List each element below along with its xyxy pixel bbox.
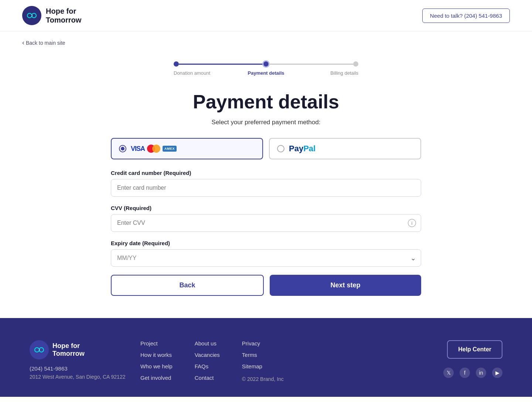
step-label-1: Donation amount [174,70,235,76]
footer: Hope for Tomorrow (204) 541-9863 2012 We… [0,318,532,397]
paypal-logo: PayPal [289,144,316,153]
social-icons: 𝕏 f in ▶ [443,368,502,378]
step-dot-1 [174,61,179,67]
footer-phone: (204) 541-9863 [30,365,126,372]
mastercard-logo [147,145,160,153]
linkedin-icon[interactable]: in [476,368,486,378]
amex-logo: AMEX [163,146,177,152]
footer-logo-icon [30,340,49,359]
header: Hope for Tomorrow Need to talk? (204) 54… [0,0,532,31]
footer-link-terms[interactable]: Terms [242,352,284,358]
footer-col-1: Project How it works Who we help Get inv… [140,340,173,382]
footer-link-get-involved[interactable]: Get involved [140,375,173,381]
twitter-icon[interactable]: 𝕏 [443,368,454,378]
payment-methods: VISA AMEX PayPal [111,138,421,159]
card-number-input[interactable] [111,179,421,197]
cvv-field-group: CVV (Required) i [111,205,421,232]
youtube-icon[interactable]: ▶ [492,368,502,378]
page-subtitle: Select your preferred payment method: [111,119,421,126]
step-line-1 [179,64,263,65]
footer-link-faqs[interactable]: FAQs [195,363,220,369]
step-dot-3 [353,61,358,67]
phone-button[interactable]: Need to talk? (204) 541-9863 [422,9,510,23]
radio-paypal [277,145,284,152]
footer-link-about-us[interactable]: About us [195,340,220,347]
logo-text: Hope for Tomorrow [46,7,81,24]
expiry-select-wrap: MM/YY ⌄ [111,249,421,267]
step-label-3: Billing details [297,70,358,76]
expiry-field-group: Expiry date (Required) MM/YY ⌄ [111,240,421,267]
card-logos: VISA AMEX [131,145,177,153]
expiry-select[interactable]: MM/YY [111,249,421,267]
footer-link-sitemap[interactable]: Sitemap [242,363,284,369]
cvv-info-icon[interactable]: i [408,219,416,227]
step-line-2 [269,64,353,65]
logo-link[interactable]: Hope for Tomorrow [22,6,81,25]
back-button[interactable]: Back [111,275,264,296]
expiry-label: Expiry date (Required) [111,240,421,246]
radio-card [119,145,126,152]
cvv-input[interactable] [111,214,421,232]
footer-brand: Hope for Tomorrow (204) 541-9863 2012 We… [30,340,126,380]
footer-copyright: © 2022 Brand, Inc [242,376,284,382]
footer-link-how-it-works[interactable]: How it works [140,352,173,358]
page-title: Payment details [111,91,421,113]
footer-link-privacy[interactable]: Privacy [242,340,284,347]
footer-link-who-we-help[interactable]: Who we help [140,363,173,369]
footer-col-2: About us Vacancies FAQs Contact [195,340,220,382]
footer-col-3: Privacy Terms Sitemap © 2022 Brand, Inc [242,340,284,382]
stepper: Donation amount Payment details Billing … [174,61,358,76]
card-number-field-group: Credit card number (Required) [111,170,421,197]
footer-link-contact[interactable]: Contact [195,375,220,381]
footer-logo-area: Hope for Tomorrow [30,340,126,359]
back-link-wrap: Back to main site [0,31,532,54]
footer-logo-text: Hope for Tomorrow [52,342,85,358]
visa-logo: VISA [131,145,145,153]
next-step-button[interactable]: Next step [270,275,421,296]
step-label-2: Payment details [235,70,297,76]
logo-icon [22,6,41,25]
cvv-wrap: i [111,214,421,232]
footer-links: Project How it works Who we help Get inv… [140,340,429,382]
back-to-site-link[interactable]: Back to main site [22,39,510,47]
button-row: Back Next step [111,275,421,296]
payment-option-card[interactable]: VISA AMEX [111,138,263,159]
card-number-label: Credit card number (Required) [111,170,421,176]
main-content: Payment details Select your preferred pa… [103,91,429,318]
footer-address: 2012 West Avenue, San Diego, CA 92122 [30,374,126,380]
footer-link-project[interactable]: Project [140,340,173,347]
footer-link-vacancies[interactable]: Vacancies [195,352,220,358]
step-dot-2 [263,61,269,67]
cvv-label: CVV (Required) [111,205,421,211]
facebook-icon[interactable]: f [460,368,470,378]
help-center-button[interactable]: Help Center [447,340,502,359]
footer-right: Help Center 𝕏 f in ▶ [443,340,502,378]
payment-option-paypal[interactable]: PayPal [269,138,421,159]
